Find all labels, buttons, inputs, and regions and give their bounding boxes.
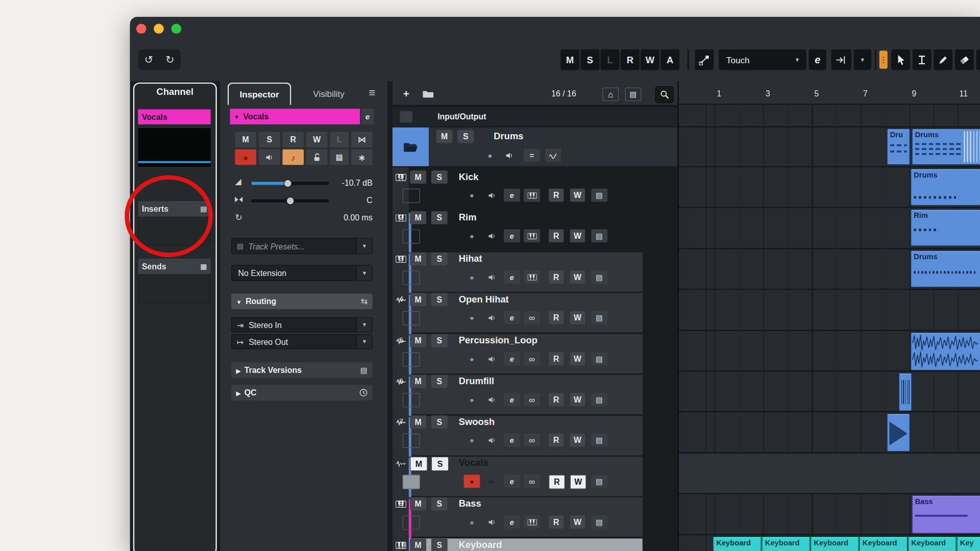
edit-channel-button[interactable]: e <box>504 353 520 366</box>
track-versions-section-header[interactable]: ▶Track Versions ▤ <box>231 362 373 378</box>
tab-inspector[interactable]: Inspector <box>228 83 291 105</box>
use-folder-button[interactable] <box>419 86 437 102</box>
read-automation-button[interactable]: R <box>549 270 564 284</box>
write-automation-button[interactable]: W <box>570 353 585 366</box>
mute-button[interactable]: M <box>410 253 426 266</box>
edit-channel-button[interactable]: e <box>504 311 520 324</box>
read-automation-button[interactable]: R <box>549 393 564 406</box>
mute-button[interactable]: M <box>410 497 426 511</box>
midi-clip[interactable]: Bass <box>912 495 980 534</box>
monitor-button[interactable] <box>259 149 280 165</box>
solo-button[interactable]: S <box>431 415 448 429</box>
track-controls-button[interactable]: ▤ <box>591 353 607 366</box>
volume-value[interactable]: -10.7 dB <box>318 178 372 187</box>
sends-slot[interactable] <box>138 274 211 303</box>
record-arm-button[interactable]: ● <box>464 475 480 488</box>
track-enable-box[interactable] <box>403 229 420 243</box>
monitor-button[interactable] <box>484 475 500 488</box>
solo-button[interactable]: S <box>431 539 448 551</box>
input-routing-field[interactable]: ⇥ Stereo In ▼ <box>231 317 373 332</box>
channel-kind-button[interactable]: ∞ <box>524 270 540 284</box>
clipped-tool-button[interactable] <box>976 49 980 70</box>
edit-channel-button[interactable]: e <box>504 515 520 529</box>
midi-clip[interactable]: Keyboard <box>713 537 761 551</box>
audio-clip[interactable] <box>911 332 980 370</box>
record-arm-button[interactable]: ● <box>464 515 480 529</box>
track-enable-box[interactable] <box>403 515 420 530</box>
channel-kind-button[interactable]: ∞ <box>524 189 540 202</box>
channel-kind-button[interactable]: ∞ <box>524 229 540 242</box>
solo-button[interactable]: S <box>431 375 448 388</box>
track-controls-button[interactable]: ▤ <box>591 393 607 406</box>
channel-join-icon[interactable]: ⋈ <box>351 132 373 147</box>
mute-button[interactable]: M <box>410 170 426 184</box>
output-routing-field[interactable]: ↦ Stereo Out ▼ <box>231 334 373 349</box>
solo-button[interactable]: S <box>431 170 448 184</box>
undo-icon[interactable]: ↺ <box>138 49 160 70</box>
read-automation-button[interactable]: R <box>549 475 565 489</box>
midi-clip[interactable]: Drums <box>911 169 980 206</box>
read-automation-button[interactable]: R <box>549 229 564 242</box>
track-controls-button[interactable]: ▤ <box>591 189 607 202</box>
musical-mode-button[interactable]: ♪ <box>282 149 304 165</box>
audio-clip[interactable] <box>887 414 910 452</box>
write-automation-button[interactable]: W <box>570 475 586 489</box>
midi-clip[interactable]: Rim <box>911 209 980 246</box>
record-arm-button[interactable]: ● <box>464 270 480 284</box>
track-controls-button[interactable]: ▤ <box>591 270 607 284</box>
monitor-button[interactable] <box>502 148 516 162</box>
track-row[interactable]: 8 M S Vocals ● e ∞ R W ▤ <box>393 454 677 493</box>
global-read-button[interactable]: R <box>621 49 640 70</box>
pan-value[interactable]: C <box>318 195 372 205</box>
write-automation-button[interactable]: W <box>306 132 328 147</box>
draw-tool[interactable] <box>934 49 952 70</box>
track-row[interactable]: 5 M S Percussion_Loop ● e ∞ R W ▤ <box>393 331 677 370</box>
sends-section-header[interactable]: Sends ▦ <box>138 259 211 274</box>
midi-clip[interactable]: Drums <box>912 129 980 165</box>
global-write-button[interactable]: W <box>641 49 659 70</box>
track-row[interactable]: 10 M S Keyboard ● e ∞ R W ▤ <box>393 535 677 551</box>
inspector-track-header[interactable]: ▼ Vocals <box>230 109 360 124</box>
presets-caret[interactable]: ▼ <box>356 239 372 254</box>
minimize-window-button[interactable] <box>154 24 164 34</box>
record-arm-button[interactable]: ● <box>464 229 480 242</box>
write-automation-button[interactable]: W <box>570 515 585 529</box>
global-listen-button[interactable]: L <box>601 49 620 70</box>
track-enable-box[interactable] <box>403 475 420 489</box>
extension-field[interactable]: No Extension ▼ <box>231 265 373 281</box>
track-controls-button[interactable]: ▤ <box>591 229 607 242</box>
write-automation-button[interactable]: W <box>570 311 585 324</box>
monitor-button[interactable] <box>484 515 500 529</box>
record-arm-button[interactable]: ● <box>464 311 480 324</box>
mute-button[interactable]: M <box>436 130 453 143</box>
read-automation-button[interactable]: R <box>282 132 304 147</box>
automation-mode-dropdown[interactable]: Touch ▼ <box>719 49 806 70</box>
track-enable-box[interactable] <box>403 189 420 203</box>
monitor-button[interactable] <box>484 353 500 366</box>
solo-button[interactable]: S <box>431 457 449 471</box>
redo-icon[interactable]: ↻ <box>159 49 181 70</box>
read-automation-button[interactable]: R <box>549 189 564 202</box>
auto-scroll-options-dropdown[interactable]: ▼ <box>854 49 871 70</box>
lock-button[interactable] <box>306 149 328 165</box>
track-enable-box[interactable] <box>403 393 420 407</box>
track-row[interactable]: 7 M S Swoosh ● e ∞ R W ▤ <box>393 412 677 452</box>
midi-clip[interactable]: Keyboard <box>762 537 810 551</box>
io-header-row[interactable]: Input/Output <box>393 108 677 127</box>
track-enable-box[interactable] <box>403 434 420 448</box>
snap-toggle[interactable]: ⋮ <box>879 51 888 69</box>
input-caret[interactable]: ▼ <box>356 318 372 332</box>
edit-channel-button[interactable]: e <box>504 475 520 488</box>
mute-button[interactable]: M <box>410 293 426 306</box>
global-automation-button[interactable]: A <box>660 49 679 70</box>
home-zoom-button[interactable]: ⌂ <box>602 87 619 101</box>
read-automation-button[interactable]: R <box>549 434 564 447</box>
track-row[interactable]: 1 M S Kick ● e ∞ R W ▤ <box>393 167 677 207</box>
inspector-menu-icon[interactable]: ≡ <box>369 86 375 99</box>
listen-button[interactable]: L <box>330 132 349 147</box>
midi-clip[interactable]: Key <box>957 537 980 551</box>
find-track-button[interactable] <box>655 86 674 103</box>
edit-channel-button[interactable]: e <box>504 434 520 447</box>
group-editing-button[interactable]: = <box>524 148 540 162</box>
timeline-ruler[interactable]: 1 3 5 7 9 11 <box>679 81 980 105</box>
